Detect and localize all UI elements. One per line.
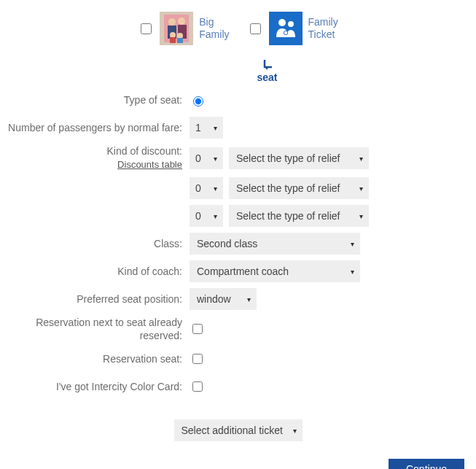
family-ticket-icon xyxy=(269,12,303,45)
passenger-count-label: Number of passengers by normal fare: xyxy=(6,121,190,134)
seat-section-header: seat xyxy=(35,58,476,83)
reservation-next-label: Reservation next to seat already reserve… xyxy=(6,316,190,342)
svg-point-3 xyxy=(178,18,185,25)
type-of-seat-label: Type of seat: xyxy=(6,93,190,106)
discounts-table-link[interactable]: Discounts table xyxy=(117,159,182,170)
svg-point-10 xyxy=(278,19,286,26)
svg-rect-9 xyxy=(177,38,183,43)
option-family-ticket: Family Ticket xyxy=(247,12,338,45)
big-family-checkbox[interactable] xyxy=(141,23,152,34)
continue-button[interactable]: Continue xyxy=(389,459,464,469)
coach-select[interactable]: Compartment coach xyxy=(190,260,360,282)
discount-count-select-0[interactable]: 0 xyxy=(190,147,223,169)
ticket-type-options: Big Family Family xyxy=(6,0,470,51)
big-family-label: Big Family xyxy=(199,16,229,41)
reservation-seat-label: Reservation seat: xyxy=(6,352,190,365)
discount-type-select-0[interactable]: Select the type of relief xyxy=(229,147,369,169)
svg-point-11 xyxy=(288,21,294,27)
seat-header-text: seat xyxy=(257,71,277,83)
color-card-label: I've got Intercity Color Card: xyxy=(6,380,190,393)
class-label: Class: xyxy=(6,237,190,250)
svg-point-13 xyxy=(284,31,286,34)
discount-type-select-2[interactable]: Select the type of relief xyxy=(229,205,369,227)
seat-form: Type of seat: Number of passengers by no… xyxy=(6,89,470,441)
family-ticket-checkbox[interactable] xyxy=(250,23,261,34)
reservation-next-checkbox[interactable] xyxy=(192,324,203,334)
option-big-family: Big Family xyxy=(138,12,229,45)
class-select[interactable]: Second class xyxy=(190,233,360,255)
discount-count-select-1[interactable]: 0 xyxy=(190,177,223,199)
type-of-seat-radio[interactable] xyxy=(193,96,203,106)
svg-rect-8 xyxy=(170,37,176,43)
reservation-seat-checkbox[interactable] xyxy=(192,354,203,364)
svg-point-7 xyxy=(177,33,183,39)
color-card-checkbox[interactable] xyxy=(192,381,203,392)
big-family-icon xyxy=(160,12,193,45)
discount-count-select-2[interactable]: 0 xyxy=(190,205,223,227)
seat-icon xyxy=(262,58,273,71)
kind-of-discount-label: Kind of discount: xyxy=(106,145,182,157)
additional-ticket-select[interactable]: Select additional ticket xyxy=(174,419,303,441)
passenger-count-select[interactable]: 1 xyxy=(190,117,223,139)
seat-pref-label: Preferred seat position: xyxy=(6,292,190,306)
coach-label: Kind of coach: xyxy=(6,265,190,278)
svg-point-6 xyxy=(170,32,176,38)
svg-point-2 xyxy=(168,18,176,26)
family-ticket-label: Family Ticket xyxy=(308,16,338,41)
discount-type-select-1[interactable]: Select the type of relief xyxy=(229,177,369,199)
seat-pref-select[interactable]: window xyxy=(190,288,257,310)
